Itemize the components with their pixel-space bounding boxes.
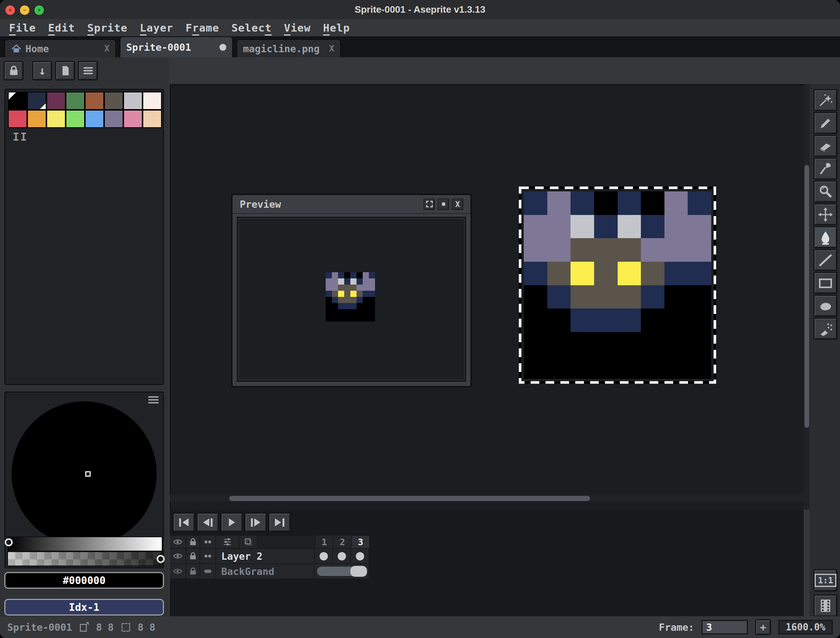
sprite-pixel[interactable] xyxy=(524,355,547,379)
sprite-pixel[interactable] xyxy=(594,308,618,332)
tool-rectangle[interactable] xyxy=(813,272,837,294)
sprite-pixel[interactable] xyxy=(618,332,641,355)
menu-help[interactable]: Help xyxy=(317,22,356,34)
tool-eraser[interactable] xyxy=(813,135,837,157)
sprite-pixel[interactable] xyxy=(363,315,369,322)
sprite-pixel[interactable] xyxy=(350,272,356,278)
sprite-pixel[interactable] xyxy=(350,303,356,309)
palette-swatch[interactable] xyxy=(85,92,104,110)
play-button[interactable] xyxy=(220,513,243,532)
sprite-pixel[interactable] xyxy=(641,285,664,309)
sprite-pixel[interactable] xyxy=(571,355,594,379)
sprite-pixel[interactable] xyxy=(618,215,641,238)
palette-swatch[interactable] xyxy=(66,92,85,110)
sprite-pixel[interactable] xyxy=(664,262,688,285)
menu-file[interactable]: File xyxy=(3,22,42,34)
sprite-pixel[interactable] xyxy=(594,262,618,285)
sprite-pixel[interactable] xyxy=(369,297,375,303)
layer-eye-icon[interactable] xyxy=(170,564,186,578)
presets-button[interactable] xyxy=(55,61,75,81)
sprite-pixel[interactable] xyxy=(338,315,344,322)
sprite-pixel[interactable] xyxy=(618,308,641,332)
sprite-pixel[interactable] xyxy=(618,285,641,309)
hex-color-field[interactable]: #000000 xyxy=(4,572,164,589)
palette-swatch[interactable] xyxy=(27,92,46,110)
tool-zoom[interactable] xyxy=(813,180,837,203)
sprite-pixel[interactable] xyxy=(594,238,618,262)
header-eye-icon[interactable] xyxy=(170,536,186,548)
frame-header-1[interactable]: 1 xyxy=(316,536,333,548)
palette-index-field[interactable]: Idx-1 xyxy=(4,599,164,616)
sprite-pixel[interactable] xyxy=(344,309,350,315)
sprite-pixel[interactable] xyxy=(344,303,350,309)
sprite-pixel[interactable] xyxy=(363,284,369,291)
sprite-pixel[interactable] xyxy=(326,297,332,303)
sprite-pixel[interactable] xyxy=(571,308,594,332)
layer-row-backgrand[interactable]: BackGrand xyxy=(170,564,369,578)
go-first-frame-button[interactable] xyxy=(172,513,195,532)
alpha-slider[interactable] xyxy=(7,551,163,566)
sprite-pixel[interactable] xyxy=(344,272,350,278)
layer-pill-icon[interactable] xyxy=(200,564,215,578)
palette-swatch[interactable] xyxy=(123,110,142,128)
tool-pencil[interactable] xyxy=(813,112,837,134)
color-wheel-menu-icon[interactable] xyxy=(148,396,158,404)
sprite-pixel[interactable] xyxy=(326,291,332,297)
sprite-pixel[interactable] xyxy=(664,238,688,262)
sprite-pixel[interactable] xyxy=(547,355,571,379)
sprite-pixel[interactable] xyxy=(332,315,338,322)
prev-frame-button[interactable] xyxy=(196,513,219,532)
sprite-pixel[interactable] xyxy=(641,215,664,238)
palette-swatch[interactable] xyxy=(8,110,27,128)
sprite-pixel[interactable] xyxy=(363,297,369,303)
preview-window[interactable]: Preview X xyxy=(231,194,471,387)
color-wheel-marker[interactable] xyxy=(85,471,91,477)
sprite-pixel[interactable] xyxy=(688,355,711,379)
tool-move[interactable] xyxy=(813,204,837,226)
sprite-canvas[interactable] xyxy=(524,191,711,379)
next-frame-button[interactable] xyxy=(244,513,267,532)
sprite-pixel[interactable] xyxy=(571,285,594,309)
header-onion-icon[interactable] xyxy=(239,536,257,548)
tab-sprite-0001[interactable]: Sprite-0001 xyxy=(120,36,233,57)
palette-swatch[interactable] xyxy=(66,110,85,128)
sprite-pixel[interactable] xyxy=(369,309,375,315)
zoom-1-1-button[interactable]: 1:1 xyxy=(813,569,837,592)
sprite-pixel[interactable] xyxy=(363,309,369,315)
sprite-pixel[interactable] xyxy=(350,291,356,297)
frame-input[interactable]: 3 xyxy=(701,620,748,634)
sprite-pixel[interactable] xyxy=(688,285,711,309)
sprite-pixel[interactable] xyxy=(356,284,363,291)
layer-lock-icon[interactable] xyxy=(187,549,199,563)
layer-row-layer-2[interactable]: Layer 2 xyxy=(170,549,369,563)
menu-frame[interactable]: Frame xyxy=(180,22,225,34)
sprite-pixel[interactable] xyxy=(369,291,375,297)
sprite-pixel[interactable] xyxy=(524,262,547,285)
preview-title-bar[interactable]: Preview X xyxy=(233,195,470,214)
sprite-pixel[interactable] xyxy=(524,308,547,332)
sprite-pixel[interactable] xyxy=(369,278,375,284)
sprite-pixel[interactable] xyxy=(332,278,338,284)
sprite-pixel[interactable] xyxy=(641,238,664,262)
layer-eye-icon[interactable] xyxy=(170,549,186,563)
sprite-pixel[interactable] xyxy=(664,285,688,309)
layer-link-icon[interactable] xyxy=(200,549,215,563)
sprite-pixel[interactable] xyxy=(338,284,344,291)
value-slider-marker[interactable] xyxy=(5,539,13,546)
sprite-pixel[interactable] xyxy=(618,238,641,262)
sprite-pixel[interactable] xyxy=(547,191,571,215)
alpha-slider-marker[interactable] xyxy=(157,555,165,563)
sprite-pixel[interactable] xyxy=(369,303,375,309)
sprite-pixel[interactable] xyxy=(641,332,664,355)
tab-home[interactable]: HomeX xyxy=(4,39,116,57)
sprite-pixel[interactable] xyxy=(344,284,350,291)
sprite-pixel[interactable] xyxy=(547,238,571,262)
tool-line[interactable] xyxy=(813,249,837,271)
sprite-pixel[interactable] xyxy=(338,278,344,284)
sprite-pixel[interactable] xyxy=(332,284,338,291)
sprite-pixel[interactable] xyxy=(332,297,338,303)
sprite-pixel[interactable] xyxy=(641,262,664,285)
sprite-pixel[interactable] xyxy=(332,272,338,278)
sprite-pixel[interactable] xyxy=(547,308,571,332)
sprite-pixel[interactable] xyxy=(524,215,547,238)
